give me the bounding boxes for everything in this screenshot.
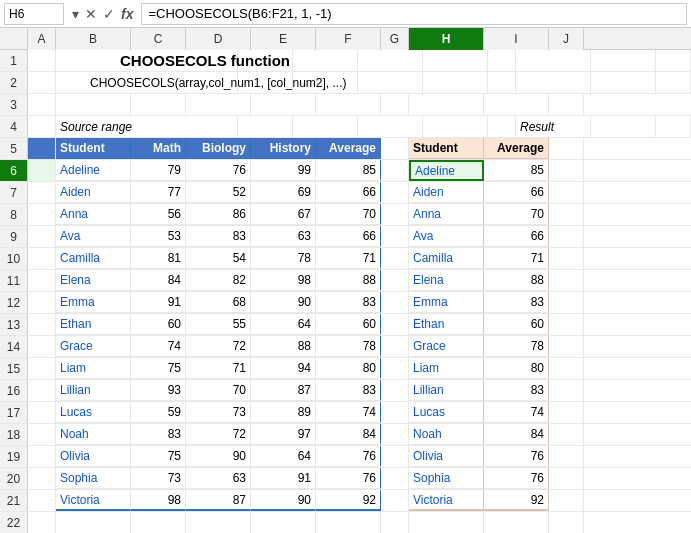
- src-student-18[interactable]: Noah: [56, 424, 131, 445]
- cell-a17[interactable]: [28, 402, 56, 423]
- cell-g15[interactable]: [381, 358, 409, 379]
- cell-b3[interactable]: [56, 94, 131, 115]
- cell-b2[interactable]: CHOOSECOLS(array,col_num1, [col_num2], .…: [56, 72, 238, 93]
- res-student-17[interactable]: Lucas: [409, 402, 484, 423]
- src-avg-20[interactable]: 76: [316, 468, 381, 489]
- src-student-21[interactable]: Victoria: [56, 490, 131, 511]
- cell-g18[interactable]: [381, 424, 409, 445]
- cell-ref-box[interactable]: H6: [4, 3, 64, 25]
- col-header-i[interactable]: I: [484, 28, 549, 50]
- src-hist-21[interactable]: 90: [251, 490, 316, 511]
- cell-g13[interactable]: [381, 314, 409, 335]
- cell-g7[interactable]: [381, 182, 409, 203]
- col-header-h[interactable]: H: [409, 28, 484, 50]
- src-bio-21[interactable]: 87: [186, 490, 251, 511]
- cell-g2[interactable]: [488, 72, 516, 93]
- src-student-9[interactable]: Ava: [56, 226, 131, 247]
- cell-a5[interactable]: [28, 138, 56, 159]
- cell-a9[interactable]: [28, 226, 56, 247]
- cell-i2[interactable]: [591, 72, 656, 93]
- cell-e2[interactable]: [358, 72, 423, 93]
- cell-j3[interactable]: [549, 94, 584, 115]
- res-student-21[interactable]: Victoria: [409, 490, 484, 511]
- res-header-student[interactable]: Student: [409, 138, 484, 159]
- src-math-7[interactable]: 77: [131, 182, 186, 203]
- cell-j9[interactable]: [549, 226, 584, 247]
- src-avg-7[interactable]: 66: [316, 182, 381, 203]
- cell-g12[interactable]: [381, 292, 409, 313]
- row-num-12[interactable]: 12: [0, 292, 28, 313]
- cell-j8[interactable]: [549, 204, 584, 225]
- cell-f22[interactable]: [316, 512, 381, 533]
- src-math-12[interactable]: 91: [131, 292, 186, 313]
- src-avg-12[interactable]: 83: [316, 292, 381, 313]
- src-math-8[interactable]: 56: [131, 204, 186, 225]
- cell-a18[interactable]: [28, 424, 56, 445]
- cell-h22[interactable]: [409, 512, 484, 533]
- cell-e3[interactable]: [251, 94, 316, 115]
- row-num-8[interactable]: 8: [0, 204, 28, 225]
- col-header-e[interactable]: E: [251, 28, 316, 50]
- row-num-21[interactable]: 21: [0, 490, 28, 511]
- cell-c3[interactable]: [131, 94, 186, 115]
- cell-a3[interactable]: [28, 94, 56, 115]
- src-hist-6[interactable]: 99: [251, 160, 316, 181]
- res-avg-13[interactable]: 60: [484, 314, 549, 335]
- res-header-avg[interactable]: Average: [484, 138, 549, 159]
- res-avg-17[interactable]: 74: [484, 402, 549, 423]
- src-bio-8[interactable]: 86: [186, 204, 251, 225]
- cell-j4[interactable]: [656, 116, 691, 137]
- row-num-1[interactable]: 1: [0, 50, 28, 71]
- row-num-11[interactable]: 11: [0, 270, 28, 291]
- cell-j12[interactable]: [549, 292, 584, 313]
- res-avg-7[interactable]: 66: [484, 182, 549, 203]
- cell-g8[interactable]: [381, 204, 409, 225]
- res-avg-15[interactable]: 80: [484, 358, 549, 379]
- cell-g20[interactable]: [381, 468, 409, 489]
- cell-j14[interactable]: [549, 336, 584, 357]
- cell-j21[interactable]: [549, 490, 584, 511]
- cell-b22[interactable]: [56, 512, 131, 533]
- cell-j15[interactable]: [549, 358, 584, 379]
- src-student-7[interactable]: Aiden: [56, 182, 131, 203]
- res-avg-20[interactable]: 76: [484, 468, 549, 489]
- src-bio-9[interactable]: 83: [186, 226, 251, 247]
- col-header-f[interactable]: F: [316, 28, 381, 50]
- src-avg-18[interactable]: 84: [316, 424, 381, 445]
- cell-g1[interactable]: [488, 50, 516, 71]
- res-avg-19[interactable]: 76: [484, 446, 549, 467]
- src-avg-15[interactable]: 80: [316, 358, 381, 379]
- src-avg-17[interactable]: 74: [316, 402, 381, 423]
- src-bio-6[interactable]: 76: [186, 160, 251, 181]
- src-bio-18[interactable]: 72: [186, 424, 251, 445]
- cell-d2[interactable]: [293, 72, 358, 93]
- res-avg-10[interactable]: 71: [484, 248, 549, 269]
- src-bio-12[interactable]: 68: [186, 292, 251, 313]
- cell-e1[interactable]: [358, 50, 423, 71]
- cell-a12[interactable]: [28, 292, 56, 313]
- src-student-14[interactable]: Grace: [56, 336, 131, 357]
- row-num-4[interactable]: 4: [0, 116, 28, 137]
- res-avg-16[interactable]: 83: [484, 380, 549, 401]
- src-avg-21[interactable]: 92: [316, 490, 381, 511]
- row-num-9[interactable]: 9: [0, 226, 28, 247]
- res-student-18[interactable]: Noah: [409, 424, 484, 445]
- cell-j1[interactable]: [656, 50, 691, 71]
- row-num-15[interactable]: 15: [0, 358, 28, 379]
- src-hist-14[interactable]: 88: [251, 336, 316, 357]
- cell-d3[interactable]: [186, 94, 251, 115]
- row-num-13[interactable]: 13: [0, 314, 28, 335]
- src-avg-9[interactable]: 66: [316, 226, 381, 247]
- col-header-j[interactable]: J: [549, 28, 584, 50]
- cell-g17[interactable]: [381, 402, 409, 423]
- res-avg-21[interactable]: 92: [484, 490, 549, 511]
- src-math-14[interactable]: 74: [131, 336, 186, 357]
- src-student-11[interactable]: Elena: [56, 270, 131, 291]
- src-math-20[interactable]: 73: [131, 468, 186, 489]
- src-hist-17[interactable]: 89: [251, 402, 316, 423]
- row-num-14[interactable]: 14: [0, 336, 28, 357]
- cell-j22[interactable]: [549, 512, 584, 533]
- row-num-16[interactable]: 16: [0, 380, 28, 401]
- src-header-student[interactable]: Student: [56, 138, 131, 159]
- cell-j18[interactable]: [549, 424, 584, 445]
